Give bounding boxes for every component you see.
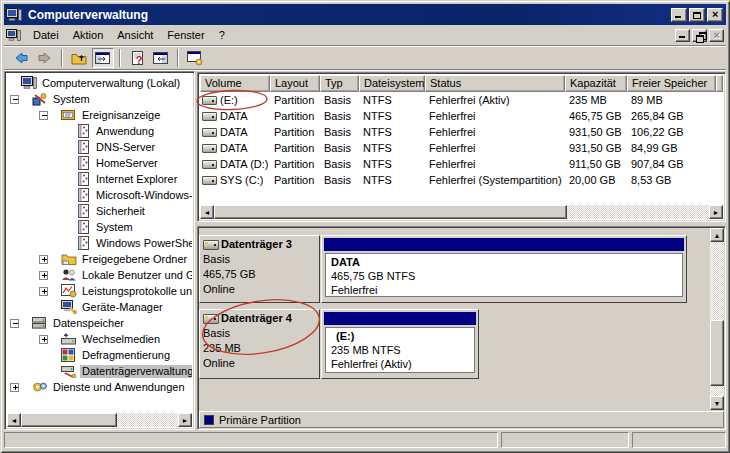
cell-typ: Basis [320,142,359,154]
tree-item-freigegebene-ordner[interactable]: Freigegebene Ordner [7,251,192,267]
tree-item-computerverwaltung[interactable]: Computerverwaltung (Lokal) [7,75,192,91]
tree-item-datenspeicher[interactable]: Datenspeicher [7,315,192,331]
maximize-button[interactable] [689,8,705,22]
mdi-minimize-button[interactable] [675,29,690,42]
disk-name: Datenträger 4 [221,311,292,326]
services-icon [32,380,48,394]
help-button[interactable]: ? [126,48,148,68]
mdi-restore-button[interactable] [692,29,707,42]
disk-info-cell[interactable]: Datenträger 4 Basis 235 MB Online [199,309,320,379]
volume-list-panel: Volume Layout Typ Dateisystem Status Kap… [197,72,726,222]
minimize-icon [679,36,685,38]
scroll-right-arrow-icon[interactable]: ► [178,413,192,427]
cell-status: Fehlerfrei [425,126,565,138]
help-icon: ? [130,51,145,66]
tree-item-microsoft-windows[interactable]: Microsoft-Windows-F [7,187,192,203]
computer-icon [6,7,24,22]
cell-kapazitaet: 931,50 GB [565,126,627,138]
volume-row-data3[interactable]: DATA Partition Basis NTFS Fehlerfrei 931… [200,140,723,156]
volume-row-data2[interactable]: DATA Partition Basis NTFS Fehlerfrei 931… [200,124,723,140]
column-header-freier-speicher[interactable]: Freier Speicher [627,75,716,92]
scroll-left-arrow-icon[interactable]: ◄ [200,205,214,219]
show-hide-console-tree-button[interactable] [92,48,114,68]
partition-label: (E:) [331,329,469,343]
volume-row-e[interactable]: (E:) Partition Basis NTFS Fehlerfrei (Ak… [200,92,723,108]
tree-item-label: Freigegebene Ordner [80,253,189,266]
volume-list-horizontal-scrollbar[interactable]: ◄ ► [200,205,723,219]
menu-hilfe[interactable]: ? [212,27,232,43]
new-window-button[interactable] [184,48,206,68]
scrollbar-thumb[interactable] [214,205,567,219]
mdi-close-button[interactable]: × [709,29,724,42]
column-header-status[interactable]: Status [425,75,565,92]
tree-item-windows-powershell[interactable]: Windows PowerShell [7,235,192,251]
tree-horizontal-scrollbar[interactable]: ◄ ► [7,413,192,427]
tree-item-sicherheit[interactable]: Sicherheit [7,203,192,219]
event-log-icon [77,220,91,234]
menu-datei[interactable]: Datei [26,27,66,43]
up-one-level-button[interactable] [68,48,90,68]
expand-toggle-icon[interactable] [39,335,48,344]
collapse-toggle-icon[interactable] [10,319,19,328]
cell-volume: DATA [220,110,248,122]
tree-item-system[interactable]: System [7,91,192,107]
tree-item-anwendung[interactable]: Anwendung [7,123,192,139]
tree-item-defragmentierung[interactable]: Defragmentierung [7,347,192,363]
menu-ansicht[interactable]: Ansicht [110,27,160,43]
back-button[interactable] [10,48,32,68]
scroll-left-arrow-icon[interactable]: ◄ [7,413,21,427]
minimize-button[interactable] [671,8,687,22]
expand-toggle-icon[interactable] [39,255,48,264]
tree-item-dienste-und-anwendungen[interactable]: Dienste und Anwendungen [7,379,192,395]
tree-item-internet-explorer[interactable]: Internet Explorer [7,171,192,187]
tree-item-lokale-benutzer[interactable]: Lokale Benutzer und Grup [7,267,192,283]
scroll-up-arrow-icon[interactable]: ▲ [710,228,724,242]
menu-aktion[interactable]: Aktion [66,27,111,43]
event-log-icon [77,124,91,138]
scroll-down-arrow-icon[interactable]: ▼ [710,396,724,410]
column-header-layout[interactable]: Layout [270,75,320,92]
main-area: Computerverwaltung (Lokal) System Ereign… [4,71,726,430]
tree-item-dns-server[interactable]: DNS-Server [7,139,192,155]
tree-item-ereignisanzeige[interactable]: Ereignisanzeige [7,107,192,123]
toolbar-separator [61,49,63,67]
tree-item-system-log[interactable]: System [7,219,192,235]
scrollbar-thumb[interactable] [710,320,724,386]
tree-item-homeserver[interactable]: HomeServer [7,155,192,171]
menu-fenster[interactable]: Fenster [160,27,211,43]
tree-item-label: Microsoft-Windows-F [94,189,192,202]
tree-item-wechselmedien[interactable]: Wechselmedien [7,331,192,347]
volume-row-sys-c[interactable]: SYS (C:) Partition Basis NTFS Fehlerfrei… [200,172,723,188]
partition-block-e[interactable]: (E:) 235 MB NTFS Fehlerfrei (Aktiv) [321,309,479,379]
disk-info-cell[interactable]: Datenträger 3 Basis 465,75 GB Online [199,235,320,303]
new-window-icon [187,51,204,66]
cell-dateisystem: NTFS [359,158,425,170]
cell-freier-speicher: 8,53 GB [627,174,716,186]
show-properties-button[interactable] [150,48,172,68]
scroll-right-arrow-icon[interactable]: ► [709,205,723,219]
tree-item-geraete-manager[interactable]: Geräte-Manager [7,299,192,315]
column-header-volume[interactable]: Volume [200,75,270,92]
mdi-system-menu-icon[interactable] [6,28,24,43]
column-header-kapazitaet[interactable]: Kapazität [565,75,627,92]
disk-view-vertical-scrollbar[interactable]: ▲ ▼ [710,228,724,410]
forward-button[interactable] [34,48,56,68]
volume-row-data-d[interactable]: DATA (D:) Partition Basis NTFS Fehlerfre… [200,156,723,172]
console-tree-panel: Computerverwaltung (Lokal) System Ereign… [4,71,195,430]
column-header-dateisystem[interactable]: Dateisystem [359,75,425,92]
column-header-overflow[interactable] [716,75,723,92]
titlebar[interactable]: Computerverwaltung × [4,4,726,25]
expand-toggle-icon[interactable] [10,383,19,392]
tree-item-datentraegerverwaltung[interactable]: Datenträgerverwaltung [7,363,192,379]
expand-toggle-icon[interactable] [39,271,48,280]
tree-item-leistungsprotokolle[interactable]: Leistungsprotokolle und W [7,283,192,299]
collapse-toggle-icon[interactable] [10,95,19,104]
close-button[interactable]: × [707,8,723,22]
collapse-toggle-icon[interactable] [39,111,48,120]
partition-block-data[interactable]: DATA 465,75 GB NTFS Fehlerfrei [321,235,687,303]
expand-toggle-icon[interactable] [39,287,48,296]
column-header-typ[interactable]: Typ [320,75,359,92]
volume-row-data1[interactable]: DATA Partition Basis NTFS Fehlerfrei 465… [200,108,723,124]
scrollbar-thumb[interactable] [21,413,117,427]
statusbar [4,431,726,449]
